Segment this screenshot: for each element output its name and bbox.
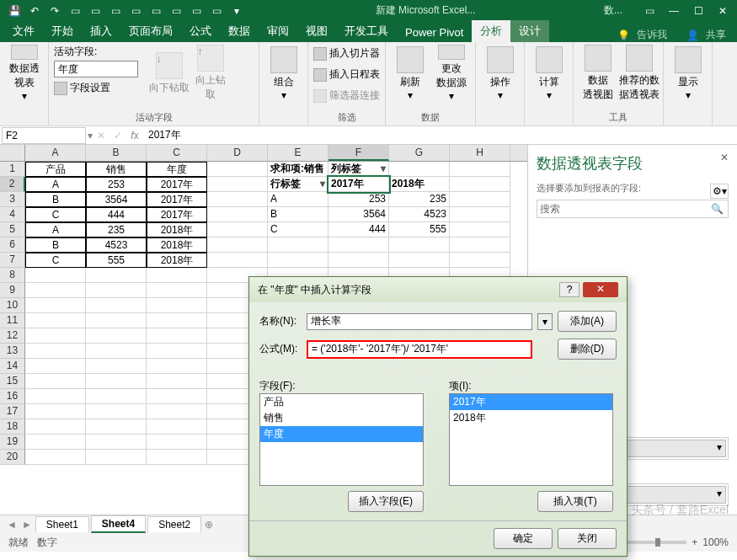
grid-cell[interactable] xyxy=(25,374,86,389)
name-dropdown-icon[interactable]: ▾ xyxy=(537,313,553,330)
grid-cell[interactable] xyxy=(25,328,86,344)
tellme-text[interactable]: 告诉我 xyxy=(637,28,667,42)
grid-cell[interactable] xyxy=(25,435,86,450)
row-header[interactable]: 11 xyxy=(0,313,25,328)
tab-data[interactable]: 数据 xyxy=(220,20,259,42)
row-header[interactable]: 19 xyxy=(0,435,25,450)
tab-home[interactable]: 开始 xyxy=(43,20,82,42)
row-header[interactable]: 2 xyxy=(0,177,25,192)
window-close-icon[interactable]: ✕ xyxy=(714,3,731,19)
insert-field-button[interactable]: 插入字段(E) xyxy=(348,491,424,512)
grid-cell[interactable] xyxy=(86,419,147,435)
grid-cell[interactable]: 3564 xyxy=(86,192,147,207)
list-item[interactable]: 2018年 xyxy=(450,410,612,426)
sheet-nav-next-icon[interactable]: ► xyxy=(22,519,32,531)
grid-cell[interactable] xyxy=(147,450,207,465)
grid-cell[interactable] xyxy=(86,435,147,450)
grid-cell[interactable]: 2018年 xyxy=(147,237,207,253)
grid-cell[interactable] xyxy=(147,359,207,374)
grid-cell[interactable]: 4523 xyxy=(86,237,147,253)
grid-cell[interactable] xyxy=(268,237,328,253)
new-sheet-icon[interactable]: ⊕ xyxy=(205,519,213,531)
tab-dev[interactable]: 开发工具 xyxy=(336,20,397,42)
grid-cell[interactable] xyxy=(86,359,147,374)
grid-cell[interactable] xyxy=(147,298,207,313)
tab-layout[interactable]: 页面布局 xyxy=(120,20,181,42)
grid-cell[interactable] xyxy=(25,298,86,313)
sheet-nav-prev-icon[interactable]: ◄ xyxy=(7,519,17,531)
delete-button[interactable]: 删除(D) xyxy=(558,339,617,360)
list-item[interactable]: 销售 xyxy=(260,410,423,426)
tab-analyze[interactable]: 分析 xyxy=(472,20,510,42)
row-header[interactable]: 14 xyxy=(0,359,25,374)
qat-icon-5[interactable]: ▭ xyxy=(87,3,104,19)
dialog-help-icon[interactable]: ? xyxy=(559,282,579,297)
grid-cell[interactable]: 253 xyxy=(328,192,389,207)
grid-cell[interactable] xyxy=(389,162,450,177)
grid-cell[interactable] xyxy=(207,162,268,177)
grid-cell[interactable] xyxy=(147,419,207,435)
tab-insert[interactable]: 插入 xyxy=(82,20,120,42)
col-header[interactable]: A xyxy=(25,145,86,161)
row-header[interactable]: 9 xyxy=(0,283,25,298)
grid-cell[interactable] xyxy=(328,253,389,268)
row-header[interactable]: 6 xyxy=(0,237,25,253)
fields-listbox[interactable]: 产品 销售 年度 xyxy=(259,393,424,486)
close-pane-icon[interactable]: ✕ xyxy=(720,152,729,163)
qat-icon-12[interactable]: ▾ xyxy=(228,3,245,19)
grid-cell[interactable]: 3564 xyxy=(328,207,389,222)
field-search-input[interactable] xyxy=(537,200,729,218)
items-listbox[interactable]: 2017年 2018年 xyxy=(449,393,613,486)
undo-icon[interactable]: ↶ xyxy=(26,3,43,19)
grid-cell[interactable]: C xyxy=(268,222,328,237)
zoom-slider[interactable] xyxy=(628,541,686,544)
row-header[interactable]: 3 xyxy=(0,192,25,207)
grid-cell[interactable] xyxy=(25,359,86,374)
grid-cell[interactable]: 253 xyxy=(86,177,147,192)
minimize-icon[interactable]: — xyxy=(665,3,682,19)
grid-cell[interactable] xyxy=(147,374,207,389)
grid-cell[interactable] xyxy=(86,313,147,328)
col-header[interactable]: E xyxy=(268,145,328,161)
grid-cell[interactable]: 555 xyxy=(86,253,147,268)
calc-button[interactable]: 计算 ▾ xyxy=(530,45,568,102)
grid-cell[interactable]: A xyxy=(25,222,86,237)
grid-cell[interactable] xyxy=(25,450,86,465)
redo-icon[interactable]: ↷ xyxy=(46,3,63,19)
grid-cell[interactable]: 2017年 xyxy=(147,207,207,222)
grid-cell[interactable] xyxy=(147,268,207,283)
grid-cell[interactable]: 555 xyxy=(389,222,450,237)
grid-cell[interactable] xyxy=(147,404,207,419)
field-settings-button[interactable]: 字段设置 xyxy=(70,81,110,95)
insert-slicer-button[interactable]: 插入切片器 xyxy=(329,46,380,61)
grid-cell[interactable]: B xyxy=(25,192,86,207)
insert-item-button[interactable]: 插入项(T) xyxy=(537,491,613,512)
row-header[interactable]: 1 xyxy=(0,162,25,177)
grid-cell[interactable]: A xyxy=(25,177,86,192)
grid-cell[interactable]: 行标签 xyxy=(268,177,328,192)
grid-cell[interactable]: 2017年 xyxy=(147,192,207,207)
share-icon[interactable]: 👤 xyxy=(686,29,699,41)
pivottable-button[interactable]: 数据透 视表 ▾ xyxy=(5,45,43,102)
col-header[interactable]: F xyxy=(328,145,389,161)
dialog-close-icon[interactable]: ✕ xyxy=(583,282,618,297)
grid-cell[interactable]: 2018年 xyxy=(147,222,207,237)
active-field-input[interactable] xyxy=(54,61,138,77)
tellme-icon[interactable]: 💡 xyxy=(617,29,630,41)
col-header[interactable]: G xyxy=(389,145,450,161)
name-box[interactable] xyxy=(2,127,86,144)
grid-cell[interactable] xyxy=(450,237,510,253)
formula-input-dialog[interactable] xyxy=(307,340,532,359)
grid-cell[interactable]: 求和项:销售 xyxy=(268,162,328,177)
grid-cell[interactable]: 年度 xyxy=(147,162,207,177)
group-button[interactable]: 组合 ▾ xyxy=(264,45,302,102)
grid-cell[interactable]: A xyxy=(268,192,328,207)
select-all-corner[interactable] xyxy=(0,145,25,161)
grid-cell[interactable] xyxy=(86,374,147,389)
grid-cell[interactable]: 444 xyxy=(328,222,389,237)
grid-cell[interactable] xyxy=(147,328,207,344)
fx-icon[interactable]: fx xyxy=(126,127,143,144)
row-header[interactable]: 16 xyxy=(0,389,25,404)
row-header[interactable]: 5 xyxy=(0,222,25,237)
save-icon[interactable]: 💾 xyxy=(6,3,23,19)
